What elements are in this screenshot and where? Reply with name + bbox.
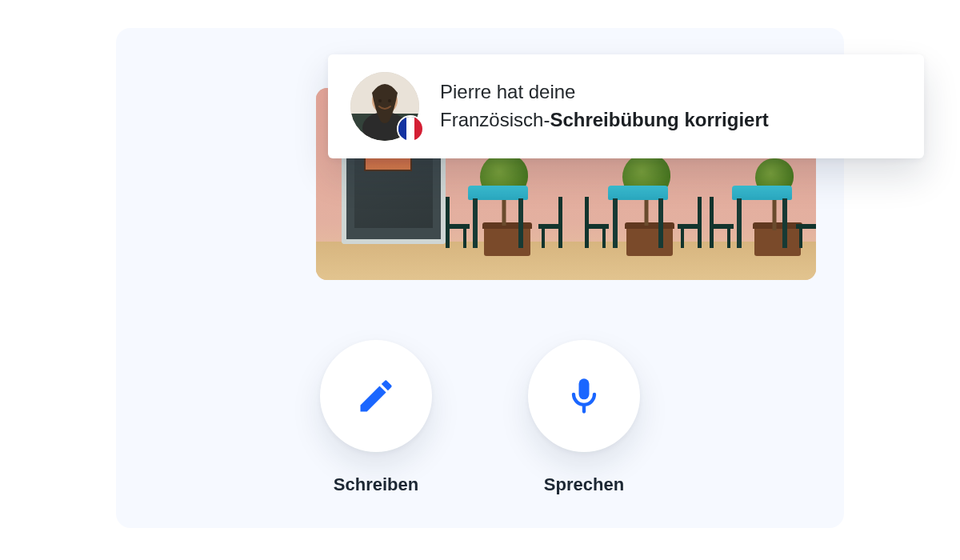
svg-point-6 (388, 99, 391, 102)
correction-notification[interactable]: Pierre hat deine Französisch-Schreibübun… (328, 54, 924, 158)
write-label: Schreiben (334, 474, 418, 495)
microphone-icon (563, 375, 605, 417)
speak-button[interactable] (528, 340, 640, 452)
write-action[interactable]: Schreiben (320, 340, 432, 495)
speak-label: Sprechen (544, 474, 624, 495)
speak-action[interactable]: Sprechen (528, 340, 640, 495)
notification-line1: Pierre hat deine (440, 81, 575, 102)
flag-france-icon (397, 115, 424, 142)
pencil-icon (355, 375, 397, 417)
avatar-wrap (350, 72, 419, 141)
write-button[interactable] (320, 340, 432, 452)
notification-line2-bold: Schreibübung korrigiert (550, 109, 768, 130)
svg-point-5 (378, 99, 382, 102)
exercise-actions: Schreiben Sprechen (116, 340, 844, 495)
notification-text: Pierre hat deine Französisch-Schreibübun… (440, 78, 769, 134)
notification-line2-prefix: Französisch- (440, 109, 550, 130)
